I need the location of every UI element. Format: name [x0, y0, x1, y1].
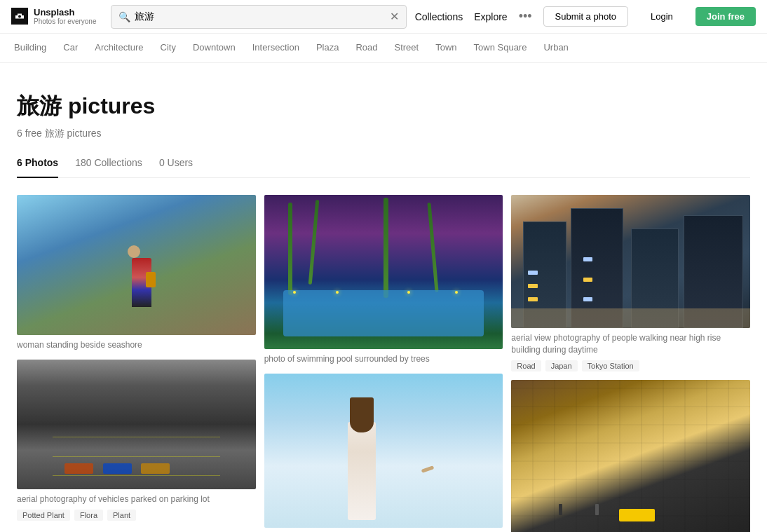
- logo-text: Unsplash Photos for everyone: [34, 8, 97, 25]
- tab-photos-label: Photos: [25, 157, 58, 168]
- list-item: [511, 380, 750, 532]
- join-free-button[interactable]: Join free: [695, 7, 756, 26]
- header: Unsplash Photos for everyone 🔍 ✕ Collect…: [0, 0, 767, 34]
- main-nav: Collections Explore ••• Submit a photo L…: [415, 6, 756, 27]
- logo-icon: [11, 8, 28, 25]
- cat-street[interactable]: Street: [386, 34, 428, 62]
- tab-users-count: 0: [159, 157, 168, 168]
- search-icon: 🔍: [118, 11, 130, 22]
- photo-caption-4: aerial photography of vehicles parked on…: [17, 493, 256, 505]
- photo-caption-1: woman standing beside seashore: [17, 339, 256, 351]
- photo-card-1[interactable]: [17, 195, 256, 335]
- submit-photo-button[interactable]: Submit a photo: [543, 6, 628, 27]
- photo-tags-4: Potted Plant Flora Plant: [17, 510, 256, 521]
- tag[interactable]: Flora: [74, 510, 103, 521]
- cat-building[interactable]: Building: [6, 34, 55, 62]
- nav-explore[interactable]: Explore: [474, 11, 507, 22]
- cat-architecture[interactable]: Architecture: [86, 34, 151, 62]
- page-title: 旅游 pictures: [17, 91, 750, 122]
- photo-card-3[interactable]: [511, 195, 750, 328]
- cat-downtown[interactable]: Downtown: [184, 34, 244, 62]
- list-item: woman looking towards right: [264, 374, 503, 532]
- list-item: woman standing beside seashore: [17, 195, 256, 351]
- photo-caption-2: photo of swimming pool surrounded by tre…: [264, 353, 503, 365]
- photo-col-2: photo of swimming pool surrounded by tre…: [264, 195, 503, 532]
- tag[interactable]: Plant: [107, 510, 136, 521]
- photo-card-2[interactable]: [264, 195, 503, 349]
- cat-road[interactable]: Road: [347, 34, 386, 62]
- cat-town-square[interactable]: Town Square: [466, 34, 536, 62]
- tab-photos[interactable]: 6 Photos: [17, 157, 58, 178]
- photo-caption-3: aerial view photography of people walkin…: [511, 332, 750, 356]
- photo-col-3: aerial view photography of people walkin…: [511, 195, 750, 532]
- nav-collections[interactable]: Collections: [415, 11, 463, 22]
- photo-tags-3: Road Japan Tokyo Station: [511, 360, 750, 371]
- clear-search-button[interactable]: ✕: [390, 11, 399, 22]
- main-content: 旅游 pictures 6 free 旅游 pictures 6 Photos …: [0, 63, 767, 532]
- cat-plaza[interactable]: Plaza: [308, 34, 348, 62]
- results-tabs: 6 Photos 180 Collections 0 Users: [17, 157, 750, 178]
- tag[interactable]: Tokyo Station: [582, 360, 639, 371]
- photo-card-4[interactable]: [17, 360, 256, 489]
- logo-tagline: Photos for everyone: [34, 18, 97, 25]
- cat-car[interactable]: Car: [55, 34, 86, 62]
- category-bar: Building Car Architecture City Downtown …: [0, 34, 767, 63]
- list-item: aerial photography of vehicles parked on…: [17, 360, 256, 521]
- list-item: aerial view photography of people walkin…: [511, 195, 750, 371]
- cat-town[interactable]: Town: [427, 34, 465, 62]
- nav-more[interactable]: •••: [519, 9, 532, 24]
- cat-city[interactable]: City: [152, 34, 184, 62]
- tab-collections-count: 180: [75, 157, 94, 168]
- page-subtitle: 6 free 旅游 pictures: [17, 128, 750, 140]
- tag[interactable]: Road: [511, 360, 541, 371]
- tab-users[interactable]: 0 Users: [159, 157, 193, 178]
- tab-collections[interactable]: 180 Collections: [75, 157, 142, 178]
- photo-grid: woman standing beside seashore ae: [17, 195, 750, 532]
- photo-card-6[interactable]: [511, 380, 750, 532]
- tag[interactable]: Japan: [545, 360, 578, 371]
- search-input[interactable]: [135, 11, 390, 22]
- photo-card-5[interactable]: [264, 374, 503, 528]
- logo-name: Unsplash: [34, 8, 97, 18]
- photo-col-1: woman standing beside seashore ae: [17, 195, 256, 532]
- login-button[interactable]: Login: [639, 7, 684, 26]
- logo[interactable]: Unsplash Photos for everyone: [11, 8, 102, 25]
- tag[interactable]: Potted Plant: [17, 510, 70, 521]
- list-item: photo of swimming pool surrounded by tre…: [264, 195, 503, 365]
- tab-collections-label: Collections: [94, 157, 142, 168]
- search-bar: 🔍 ✕: [111, 5, 407, 29]
- cat-intersection[interactable]: Intersection: [244, 34, 308, 62]
- tab-users-label: Users: [168, 157, 194, 168]
- cat-urban[interactable]: Urban: [535, 34, 576, 62]
- tab-photos-count: 6: [17, 157, 25, 168]
